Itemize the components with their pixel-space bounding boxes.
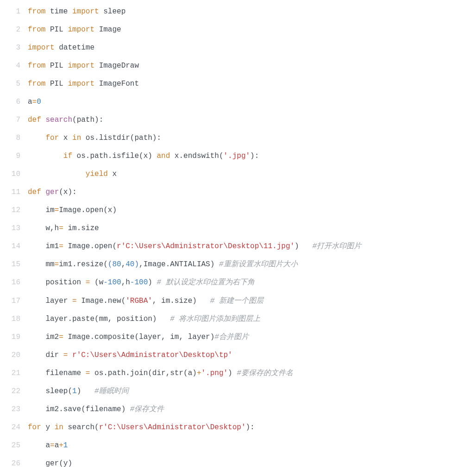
token: = bbox=[86, 369, 90, 377]
line-number: 20 bbox=[0, 346, 28, 364]
line-content: position = (w-100,h-100) # 默认设定水印位置为右下角 bbox=[28, 274, 458, 292]
token: # 默认设定水印位置为右下角 bbox=[157, 278, 254, 287]
code-line: 10 yield x bbox=[0, 165, 458, 183]
code-line: 18 layer.paste(mm, position) # 将水印图片添加到图… bbox=[0, 310, 458, 328]
line-content: im2= Image.composite(layer, im, layer)#合… bbox=[28, 328, 458, 346]
token bbox=[41, 188, 46, 196]
token: from bbox=[28, 25, 45, 34]
token: import bbox=[28, 44, 55, 52]
token: #保存文件 bbox=[130, 405, 164, 413]
line-content: import datetime bbox=[28, 39, 458, 57]
token: layer bbox=[28, 297, 72, 305]
token: mm bbox=[28, 260, 55, 269]
token: #睡眠时间 bbox=[94, 387, 129, 395]
token: x bbox=[108, 170, 117, 178]
token: import bbox=[68, 80, 94, 88]
code-line: 17 layer = Image.new('RGBA', im.size) # … bbox=[0, 292, 458, 310]
token: '.jpg' bbox=[223, 152, 250, 160]
token: 1 bbox=[72, 387, 77, 395]
token: sleep bbox=[99, 7, 126, 16]
token: y bbox=[41, 423, 55, 432]
token: = bbox=[50, 441, 55, 450]
token: r'C:\Users\Administrator\Desktop\tp' bbox=[72, 351, 232, 359]
token: im bbox=[28, 206, 55, 214]
line-content: im1= Image.open(r'C:\Users\Administrator… bbox=[28, 238, 458, 256]
line-content: if os.path.isfile(x) and x.endswith('.jp… bbox=[28, 147, 458, 165]
line-content: im2.save(filename) #保存文件 bbox=[28, 401, 458, 419]
token bbox=[28, 152, 63, 160]
token: #重新设置水印图片大小 bbox=[219, 260, 298, 269]
token: from bbox=[28, 62, 45, 70]
line-content: w,h= im.size bbox=[28, 219, 458, 238]
line-number: 9 bbox=[0, 147, 28, 165]
line-content: from PIL import Image bbox=[28, 21, 458, 39]
line-number: 25 bbox=[0, 437, 28, 455]
token: a bbox=[28, 441, 50, 450]
token: -100 bbox=[103, 278, 121, 287]
token: # 新建一个图层 bbox=[210, 297, 264, 305]
token: import bbox=[72, 7, 99, 16]
token: search bbox=[45, 116, 72, 124]
line-content: im=Image.open(x) bbox=[28, 201, 458, 219]
token bbox=[28, 134, 45, 142]
line-number: 5 bbox=[0, 75, 28, 93]
line-number: 16 bbox=[0, 274, 28, 292]
line-number: 4 bbox=[0, 57, 28, 75]
line-content: from time import sleep bbox=[28, 3, 458, 21]
token: = bbox=[32, 98, 37, 106]
code-line: 24for y in search(r'C:\Users\Administrat… bbox=[0, 419, 458, 437]
code-line: 12 im=Image.open(x) bbox=[0, 201, 458, 219]
code-line: 6a=0 bbox=[0, 93, 458, 111]
line-content: layer = Image.new('RGBA', im.size) # 新建一… bbox=[28, 292, 458, 310]
line-content: for y in search(r'C:\Users\Administrator… bbox=[28, 419, 458, 437]
token: ( bbox=[108, 260, 113, 269]
code-line: 22 sleep(1) #睡眠时间 bbox=[0, 382, 458, 401]
code-line: 4from PIL import ImageDraw bbox=[0, 57, 458, 75]
token: #打开水印图片 bbox=[313, 242, 362, 251]
line-content: mm=im1.resize((80,40),Image.ANTIALIAS) #… bbox=[28, 256, 458, 274]
token: ) bbox=[77, 387, 94, 395]
token: # 将水印图片添加到图层上 bbox=[170, 315, 260, 323]
line-number: 18 bbox=[0, 310, 28, 328]
line-number: 10 bbox=[0, 165, 28, 183]
token: ): bbox=[250, 152, 259, 160]
token: #要保存的文件名 bbox=[237, 369, 293, 377]
line-content: ger(y) bbox=[28, 455, 458, 473]
token: im1.resize( bbox=[59, 260, 108, 269]
token: import bbox=[68, 25, 94, 34]
code-line: 13 w,h= im.size bbox=[0, 219, 458, 238]
line-number: 21 bbox=[0, 364, 28, 382]
line-number: 23 bbox=[0, 401, 28, 419]
line-content: layer.paste(mm, position) # 将水印图片添加到图层上 bbox=[28, 310, 458, 328]
code-line: 8 for x in os.listdir(path): bbox=[0, 129, 458, 147]
token: '.png' bbox=[201, 369, 228, 377]
token: im2 bbox=[28, 333, 59, 341]
code-line: 3import datetime bbox=[0, 39, 458, 57]
line-number: 17 bbox=[0, 292, 28, 310]
token: = bbox=[59, 242, 63, 251]
token: = bbox=[86, 278, 90, 287]
line-number: 22 bbox=[0, 382, 28, 401]
line-content: filename = os.path.join(dir,str(a)+'.png… bbox=[28, 364, 458, 382]
line-content: dir = r'C:\Users\Administrator\Desktop\t… bbox=[28, 346, 458, 364]
line-content: def search(path): bbox=[28, 111, 458, 129]
token: PIL bbox=[45, 62, 68, 70]
token: PIL bbox=[45, 80, 68, 88]
token: layer.paste(mm, position) bbox=[28, 315, 170, 323]
token: Image.new( bbox=[77, 297, 126, 305]
code-line: 20 dir = r'C:\Users\Administrator\Deskto… bbox=[0, 346, 458, 364]
line-number: 13 bbox=[0, 219, 28, 238]
token: Image.open( bbox=[63, 242, 117, 251]
line-content: a=0 bbox=[28, 93, 458, 111]
token: ger(y) bbox=[28, 459, 72, 468]
token: 1 bbox=[63, 441, 68, 450]
line-number: 11 bbox=[0, 183, 28, 201]
code-block: 1from time import sleep2from PIL import … bbox=[0, 3, 458, 473]
token: = bbox=[63, 351, 68, 359]
token: in bbox=[72, 134, 81, 142]
code-line: 25 a=a+1 bbox=[0, 437, 458, 455]
token: for bbox=[28, 423, 41, 432]
code-line: 23 im2.save(filename) #保存文件 bbox=[0, 401, 458, 419]
token: ImageDraw bbox=[94, 62, 139, 70]
token: filename bbox=[28, 369, 86, 377]
